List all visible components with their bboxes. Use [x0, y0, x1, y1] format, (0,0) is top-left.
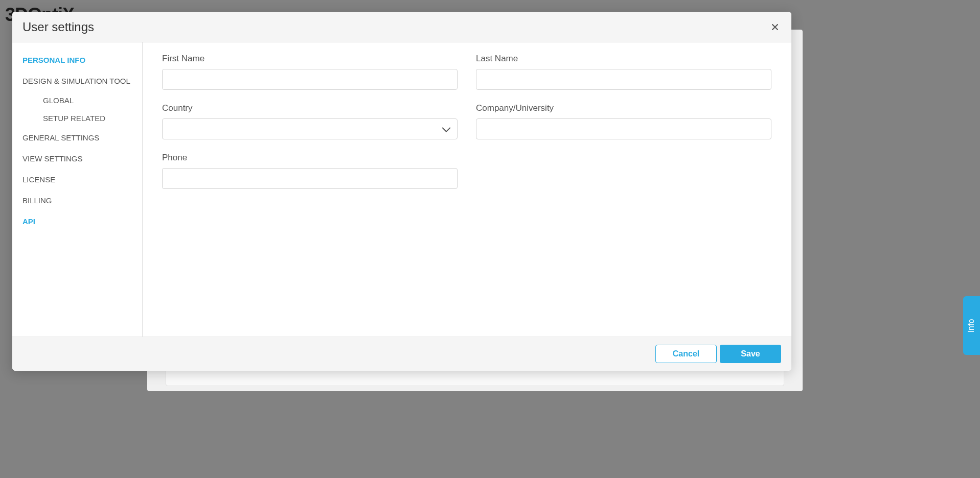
modal-footer: Cancel Save — [12, 337, 791, 371]
first-name-label: First Name — [162, 54, 458, 64]
last-name-label: Last Name — [476, 54, 771, 64]
save-button[interactable]: Save — [720, 345, 781, 363]
sidebar-item-license[interactable]: LICENSE — [12, 169, 142, 190]
modal-overlay: User settings PERSONAL INFO DESIGN & SIM… — [0, 0, 980, 478]
sidebar-item-global[interactable]: GLOBAL — [12, 91, 142, 109]
sidebar-item-api[interactable]: API — [12, 211, 142, 232]
close-button[interactable] — [769, 21, 781, 33]
cancel-button[interactable]: Cancel — [655, 345, 717, 363]
modal-header: User settings — [12, 12, 791, 42]
country-label: Country — [162, 103, 458, 113]
settings-content: First Name Last Name Country — [143, 42, 791, 337]
country-select[interactable] — [162, 118, 458, 139]
modal-title: User settings — [22, 20, 94, 34]
phone-label: Phone — [162, 153, 458, 163]
user-settings-modal: User settings PERSONAL INFO DESIGN & SIM… — [12, 12, 791, 371]
settings-sidebar: PERSONAL INFO DESIGN & SIMULATION TOOL G… — [12, 42, 143, 337]
company-label: Company/University — [476, 103, 771, 113]
phone-input[interactable] — [162, 168, 458, 189]
close-icon — [770, 22, 780, 32]
modal-body: PERSONAL INFO DESIGN & SIMULATION TOOL G… — [12, 42, 791, 337]
company-input[interactable] — [476, 118, 771, 139]
sidebar-item-billing[interactable]: BILLING — [12, 190, 142, 211]
sidebar-item-design-simulation[interactable]: DESIGN & SIMULATION TOOL — [12, 70, 142, 91]
last-name-input[interactable] — [476, 69, 771, 90]
first-name-input[interactable] — [162, 69, 458, 90]
sidebar-item-setup-related[interactable]: SETUP RELATED — [12, 109, 142, 127]
sidebar-item-general-settings[interactable]: GENERAL SETTINGS — [12, 127, 142, 148]
info-tab[interactable]: Info — [963, 296, 980, 355]
sidebar-item-personal-info[interactable]: PERSONAL INFO — [12, 50, 142, 70]
sidebar-item-view-settings[interactable]: VIEW SETTINGS — [12, 148, 142, 169]
info-tab-label: Info — [967, 319, 976, 332]
